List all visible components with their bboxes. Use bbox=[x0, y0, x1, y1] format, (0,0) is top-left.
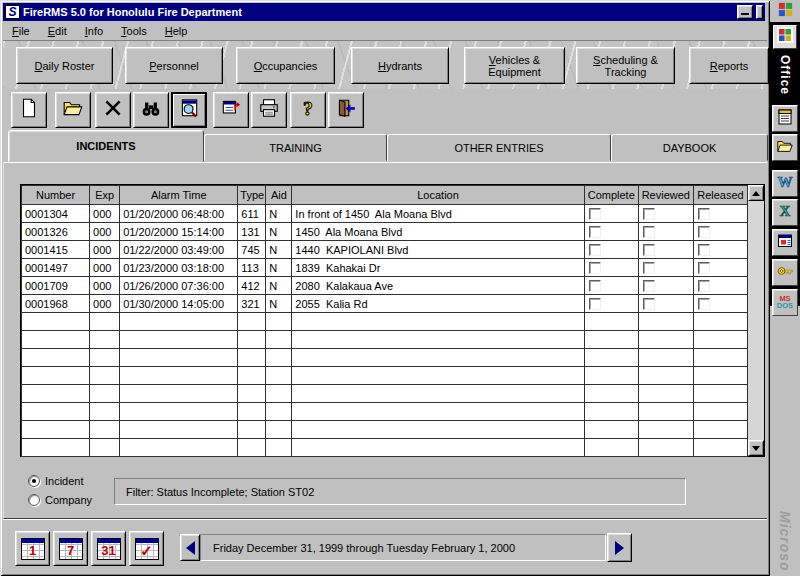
occupancies-button[interactable]: Occupancies bbox=[236, 47, 335, 84]
cell-alarm_time: 01/30/2000 14:05:00 bbox=[120, 295, 238, 313]
reviewed-checkbox[interactable] bbox=[643, 298, 655, 310]
radio-option-incident[interactable]: Incident bbox=[28, 475, 84, 487]
empty-cell bbox=[90, 349, 120, 367]
date-range-field: Friday December 31, 1999 through Tuesday… bbox=[200, 534, 606, 561]
released-checkbox[interactable] bbox=[698, 208, 710, 220]
scheduling-tracking-button[interactable]: Scheduling & Tracking bbox=[576, 47, 675, 84]
reviewed-checkbox[interactable] bbox=[643, 208, 655, 220]
incident-row[interactable]: 000196800001/30/2000 14:05:00321N2055 Ka… bbox=[22, 295, 748, 313]
released-checkbox[interactable] bbox=[698, 280, 710, 292]
complete-checkbox[interactable] bbox=[589, 262, 601, 274]
complete-checkbox[interactable] bbox=[589, 208, 601, 220]
released-checkbox[interactable] bbox=[698, 244, 710, 256]
released-checkbox[interactable] bbox=[698, 226, 710, 238]
delete-button[interactable] bbox=[95, 92, 131, 128]
empty-cell bbox=[584, 331, 638, 349]
cell-location: 1450 Ala Moana Blvd bbox=[292, 223, 584, 241]
column-header-complete[interactable]: Complete bbox=[584, 186, 638, 205]
column-header-type[interactable]: Type bbox=[238, 186, 266, 205]
previous-period-button[interactable] bbox=[180, 534, 200, 561]
open-folder-button[interactable] bbox=[55, 92, 91, 128]
complete-checkbox[interactable] bbox=[589, 280, 601, 292]
hydrants-button[interactable]: Hydrants bbox=[351, 47, 449, 84]
office-access-key-button[interactable] bbox=[772, 259, 798, 286]
table-header-row: NumberExpAlarm TimeTypeAidLocationComple… bbox=[22, 186, 748, 205]
reviewed-checkbox[interactable] bbox=[643, 244, 655, 256]
cell-aid: N bbox=[266, 205, 292, 223]
column-header-aid[interactable]: Aid bbox=[266, 186, 292, 205]
menu-tools[interactable]: Tools bbox=[112, 23, 156, 39]
office-bar-title[interactable] bbox=[770, 0, 800, 22]
month-view-button[interactable]: 31 bbox=[91, 531, 126, 566]
released-checkbox[interactable] bbox=[698, 262, 710, 274]
incident-row[interactable]: 000170900001/26/2000 07:36:00412N2080 Ka… bbox=[22, 277, 748, 295]
tab-daybook[interactable]: DAYBOOK bbox=[611, 134, 768, 161]
radio-option-company[interactable]: Company bbox=[28, 494, 92, 506]
office-schedule-button[interactable] bbox=[772, 229, 798, 256]
reports-button[interactable]: Reports bbox=[689, 47, 769, 84]
scroll-up-button[interactable] bbox=[748, 185, 764, 201]
cell-reviewed bbox=[638, 241, 693, 259]
office-excel-button[interactable]: X bbox=[772, 199, 798, 226]
find-button[interactable] bbox=[133, 92, 169, 128]
maximize-button[interactable] bbox=[756, 5, 763, 19]
office-ms-dos-button[interactable]: MSDOS bbox=[772, 289, 798, 316]
menu-file[interactable]: File bbox=[3, 23, 39, 39]
menu-help[interactable]: Help bbox=[156, 23, 197, 39]
new-document-icon bbox=[18, 97, 40, 123]
reviewed-checkbox[interactable] bbox=[643, 280, 655, 292]
cell-alarm_time: 01/20/2000 15:14:00 bbox=[120, 223, 238, 241]
print-button[interactable] bbox=[251, 92, 287, 128]
complete-checkbox[interactable] bbox=[589, 244, 601, 256]
scroll-down-button[interactable] bbox=[748, 440, 764, 456]
empty-cell bbox=[120, 331, 238, 349]
vertical-scrollbar[interactable] bbox=[748, 185, 764, 456]
menu-info[interactable]: Info bbox=[76, 23, 112, 39]
column-header-exp[interactable]: Exp bbox=[90, 186, 120, 205]
daily-roster-button[interactable]: Daily Roster bbox=[16, 47, 113, 84]
vehicles-equipment-button[interactable]: Vehicles & Equipment bbox=[464, 47, 565, 84]
tab-other-entries[interactable]: OTHER ENTRIES bbox=[387, 134, 611, 161]
empty-cell bbox=[90, 367, 120, 385]
transfer-form-button[interactable] bbox=[213, 92, 249, 128]
incident-row[interactable]: 000132600001/20/2000 15:14:00131N1450 Al… bbox=[22, 223, 748, 241]
column-header-alarm-time[interactable]: Alarm Time bbox=[120, 186, 238, 205]
tab-training[interactable]: TRAINING bbox=[204, 134, 387, 161]
complete-checkbox[interactable] bbox=[589, 298, 601, 310]
empty-cell bbox=[22, 349, 90, 367]
office-journal-button[interactable] bbox=[772, 105, 798, 132]
next-period-button[interactable] bbox=[607, 533, 632, 562]
column-header-location[interactable]: Location bbox=[292, 186, 584, 205]
office-word-button[interactable]: W bbox=[772, 170, 798, 197]
complete-checkbox[interactable] bbox=[589, 226, 601, 238]
radio-incident-icon[interactable] bbox=[28, 475, 40, 487]
ms-dos-icon: MSDOS bbox=[776, 292, 794, 314]
week-view-button[interactable]: 7 bbox=[53, 531, 88, 566]
column-header-number[interactable]: Number bbox=[22, 186, 90, 205]
office-open-folder-button[interactable] bbox=[772, 134, 798, 161]
column-header-reviewed[interactable]: Reviewed bbox=[638, 186, 693, 205]
incident-row[interactable]: 000141500001/22/2000 03:49:00745N1440 KA… bbox=[22, 241, 748, 259]
help-button[interactable]: ? bbox=[290, 92, 326, 128]
exit-button[interactable] bbox=[328, 92, 364, 128]
menu-edit[interactable]: Edit bbox=[39, 23, 76, 39]
minimize-button[interactable] bbox=[737, 5, 753, 19]
reviewed-checkbox[interactable] bbox=[643, 226, 655, 238]
custom-view-button[interactable]: ✓ bbox=[129, 531, 164, 566]
new-document-button[interactable] bbox=[11, 92, 47, 128]
tab-incidents[interactable]: INCIDENTS bbox=[8, 130, 204, 162]
released-checkbox[interactable] bbox=[698, 298, 710, 310]
cell-type: 131 bbox=[238, 223, 266, 241]
cell-aid: N bbox=[266, 223, 292, 241]
office-button[interactable] bbox=[773, 25, 797, 49]
empty-row bbox=[22, 439, 748, 457]
column-header-released[interactable]: Released bbox=[693, 186, 747, 205]
scheduling-tracking-label: Scheduling & Tracking bbox=[579, 54, 672, 78]
incident-row[interactable]: 000149700001/23/2000 03:18:00113N1839 Ka… bbox=[22, 259, 748, 277]
radio-company-icon[interactable] bbox=[28, 494, 40, 506]
day-view-button[interactable]: 1 bbox=[15, 531, 50, 566]
personnel-button[interactable]: Personnel bbox=[125, 47, 223, 84]
reviewed-checkbox[interactable] bbox=[643, 262, 655, 274]
preview-button[interactable] bbox=[171, 92, 207, 128]
incident-row[interactable]: 000130400001/20/2000 06:48:00611NIn fron… bbox=[22, 205, 748, 223]
